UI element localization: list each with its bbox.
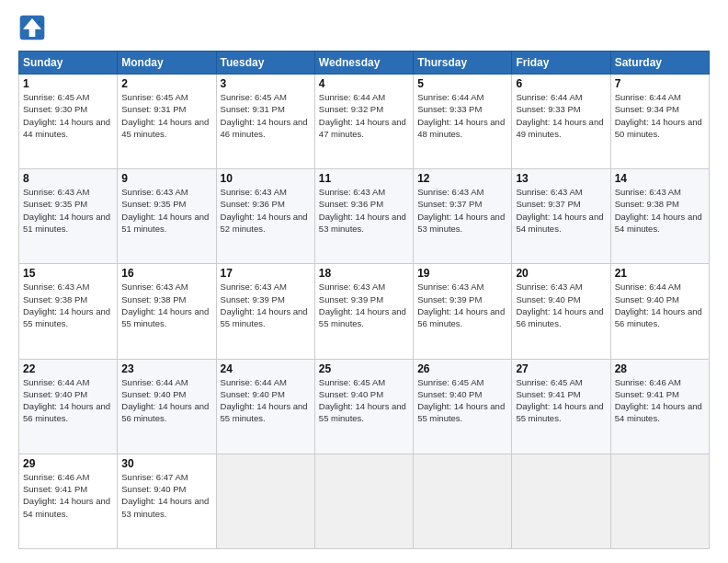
day-number: 30 [121, 457, 211, 470]
cell-details: Sunrise: 6:43 AMSunset: 9:39 PMDaylight:… [417, 281, 507, 329]
header-day: Wednesday [314, 52, 413, 75]
calendar-cell: 30Sunrise: 6:47 AMSunset: 9:40 PMDayligh… [118, 454, 216, 548]
calendar-cell: 29Sunrise: 6:46 AMSunset: 9:41 PMDayligh… [19, 454, 118, 548]
day-number: 25 [319, 362, 409, 375]
day-number: 7 [615, 77, 705, 90]
header-row: SundayMondayTuesdayWednesdayThursdayFrid… [19, 52, 710, 75]
calendar-cell: 18Sunrise: 6:43 AMSunset: 9:39 PMDayligh… [314, 264, 413, 359]
cell-details: Sunrise: 6:44 AMSunset: 9:33 PMDaylight:… [516, 91, 606, 140]
cell-details: Sunrise: 6:43 AMSunset: 9:36 PMDaylight:… [319, 186, 409, 235]
day-number: 22 [23, 362, 113, 375]
cell-details: Sunrise: 6:45 AMSunset: 9:31 PMDaylight:… [221, 91, 311, 140]
calendar-header: SundayMondayTuesdayWednesdayThursdayFrid… [19, 52, 710, 75]
header-day: Sunday [19, 52, 118, 75]
cell-details: Sunrise: 6:44 AMSunset: 9:32 PMDaylight:… [319, 91, 409, 140]
calendar-cell [216, 454, 314, 548]
day-number: 18 [319, 267, 409, 280]
calendar-cell: 15Sunrise: 6:43 AMSunset: 9:38 PMDayligh… [19, 264, 118, 359]
calendar-cell: 5Sunrise: 6:44 AMSunset: 9:33 PMDaylight… [414, 75, 512, 169]
calendar-body: 1Sunrise: 6:45 AMSunset: 9:30 PMDaylight… [19, 75, 710, 549]
header-day: Tuesday [216, 52, 314, 75]
logo [18, 14, 50, 41]
logo-icon [18, 14, 46, 41]
day-number: 23 [121, 362, 211, 375]
calendar-cell: 13Sunrise: 6:43 AMSunset: 9:37 PMDayligh… [512, 169, 610, 264]
cell-details: Sunrise: 6:44 AMSunset: 9:40 PMDaylight:… [221, 376, 311, 425]
calendar-cell: 23Sunrise: 6:44 AMSunset: 9:40 PMDayligh… [118, 359, 216, 454]
day-number: 13 [516, 172, 606, 185]
day-number: 8 [23, 172, 113, 185]
day-number: 10 [221, 172, 311, 185]
calendar-cell: 6Sunrise: 6:44 AMSunset: 9:33 PMDaylight… [512, 75, 610, 169]
cell-details: Sunrise: 6:43 AMSunset: 9:39 PMDaylight:… [319, 281, 409, 329]
calendar-cell: 12Sunrise: 6:43 AMSunset: 9:37 PMDayligh… [414, 169, 512, 264]
calendar-cell: 28Sunrise: 6:46 AMSunset: 9:41 PMDayligh… [610, 359, 709, 454]
cell-details: Sunrise: 6:44 AMSunset: 9:40 PMDaylight:… [121, 376, 211, 425]
cell-details: Sunrise: 6:43 AMSunset: 9:39 PMDaylight:… [221, 281, 311, 329]
calendar-cell [414, 454, 512, 548]
header [18, 14, 710, 41]
cell-details: Sunrise: 6:44 AMSunset: 9:33 PMDaylight:… [417, 91, 507, 140]
calendar-table: SundayMondayTuesdayWednesdayThursdayFrid… [18, 51, 710, 549]
day-number: 21 [615, 267, 705, 280]
calendar-cell: 26Sunrise: 6:45 AMSunset: 9:40 PMDayligh… [414, 359, 512, 454]
calendar-cell: 4Sunrise: 6:44 AMSunset: 9:32 PMDaylight… [314, 75, 413, 169]
calendar-cell [314, 454, 413, 548]
calendar-cell: 1Sunrise: 6:45 AMSunset: 9:30 PMDaylight… [19, 75, 118, 169]
day-number: 11 [319, 172, 409, 185]
calendar-cell: 8Sunrise: 6:43 AMSunset: 9:35 PMDaylight… [19, 169, 118, 264]
calendar-cell: 24Sunrise: 6:44 AMSunset: 9:40 PMDayligh… [216, 359, 314, 454]
day-number: 3 [221, 77, 311, 90]
cell-details: Sunrise: 6:43 AMSunset: 9:38 PMDaylight:… [121, 281, 211, 329]
cell-details: Sunrise: 6:43 AMSunset: 9:38 PMDaylight:… [615, 186, 705, 235]
cell-details: Sunrise: 6:45 AMSunset: 9:41 PMDaylight:… [516, 376, 606, 425]
cell-details: Sunrise: 6:46 AMSunset: 9:41 PMDaylight:… [615, 376, 705, 425]
calendar-week-row: 29Sunrise: 6:46 AMSunset: 9:41 PMDayligh… [19, 454, 710, 548]
header-day: Thursday [414, 52, 512, 75]
page: SundayMondayTuesdayWednesdayThursdayFrid… [0, 0, 728, 563]
day-number: 19 [417, 267, 507, 280]
day-number: 6 [516, 77, 606, 90]
calendar-cell: 20Sunrise: 6:43 AMSunset: 9:40 PMDayligh… [512, 264, 610, 359]
cell-details: Sunrise: 6:45 AMSunset: 9:30 PMDaylight:… [23, 91, 113, 140]
calendar-cell: 7Sunrise: 6:44 AMSunset: 9:34 PMDaylight… [610, 75, 709, 169]
cell-details: Sunrise: 6:44 AMSunset: 9:34 PMDaylight:… [615, 91, 705, 140]
day-number: 15 [23, 267, 113, 280]
calendar-week-row: 22Sunrise: 6:44 AMSunset: 9:40 PMDayligh… [19, 359, 710, 454]
day-number: 24 [221, 362, 311, 375]
calendar-week-row: 15Sunrise: 6:43 AMSunset: 9:38 PMDayligh… [19, 264, 710, 359]
calendar-week-row: 8Sunrise: 6:43 AMSunset: 9:35 PMDaylight… [19, 169, 710, 264]
cell-details: Sunrise: 6:45 AMSunset: 9:40 PMDaylight:… [417, 376, 507, 425]
calendar-cell: 27Sunrise: 6:45 AMSunset: 9:41 PMDayligh… [512, 359, 610, 454]
calendar-cell: 2Sunrise: 6:45 AMSunset: 9:31 PMDaylight… [118, 75, 216, 169]
day-number: 29 [23, 457, 113, 470]
cell-details: Sunrise: 6:43 AMSunset: 9:40 PMDaylight:… [516, 281, 606, 329]
cell-details: Sunrise: 6:45 AMSunset: 9:31 PMDaylight:… [121, 91, 211, 140]
day-number: 16 [121, 267, 211, 280]
calendar-cell: 14Sunrise: 6:43 AMSunset: 9:38 PMDayligh… [610, 169, 709, 264]
cell-details: Sunrise: 6:45 AMSunset: 9:40 PMDaylight:… [319, 376, 409, 425]
day-number: 12 [417, 172, 507, 185]
calendar-cell: 17Sunrise: 6:43 AMSunset: 9:39 PMDayligh… [216, 264, 314, 359]
calendar-cell: 16Sunrise: 6:43 AMSunset: 9:38 PMDayligh… [118, 264, 216, 359]
calendar-cell: 22Sunrise: 6:44 AMSunset: 9:40 PMDayligh… [19, 359, 118, 454]
cell-details: Sunrise: 6:43 AMSunset: 9:37 PMDaylight:… [516, 186, 606, 235]
cell-details: Sunrise: 6:46 AMSunset: 9:41 PMDaylight:… [23, 471, 113, 520]
day-number: 9 [121, 172, 211, 185]
cell-details: Sunrise: 6:47 AMSunset: 9:40 PMDaylight:… [121, 471, 211, 520]
cell-details: Sunrise: 6:43 AMSunset: 9:38 PMDaylight:… [23, 281, 113, 329]
day-number: 20 [516, 267, 606, 280]
calendar-cell: 19Sunrise: 6:43 AMSunset: 9:39 PMDayligh… [414, 264, 512, 359]
calendar-cell: 10Sunrise: 6:43 AMSunset: 9:36 PMDayligh… [216, 169, 314, 264]
calendar-cell: 3Sunrise: 6:45 AMSunset: 9:31 PMDaylight… [216, 75, 314, 169]
header-day: Monday [118, 52, 216, 75]
day-number: 26 [417, 362, 507, 375]
day-number: 1 [23, 77, 113, 90]
header-day: Saturday [610, 52, 709, 75]
day-number: 27 [516, 362, 606, 375]
cell-details: Sunrise: 6:44 AMSunset: 9:40 PMDaylight:… [615, 281, 705, 329]
day-number: 28 [615, 362, 705, 375]
day-number: 4 [319, 77, 409, 90]
calendar-cell [512, 454, 610, 548]
calendar-cell: 21Sunrise: 6:44 AMSunset: 9:40 PMDayligh… [610, 264, 709, 359]
